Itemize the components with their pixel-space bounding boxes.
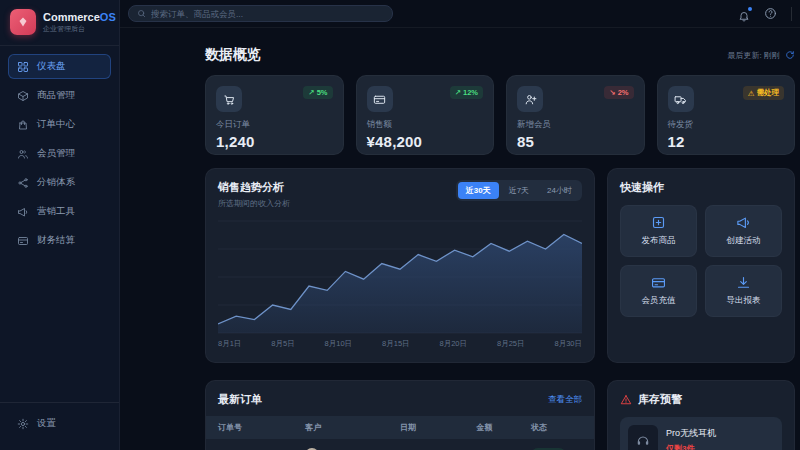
sidebar-item[interactable]: 商品管理 [8,83,111,108]
megaphone-icon [736,215,751,230]
users-icon [17,148,29,160]
stat-value: 1,240 [216,133,333,150]
dashboard-icon [17,61,29,73]
range-tab[interactable]: 近30天 [458,182,499,199]
stat-value: 85 [517,133,634,150]
sidebar-item[interactable]: 营销工具 [8,199,111,224]
stat-card[interactable]: ⚠需处理 待发货 12 [657,75,796,155]
view-all-link[interactable]: 查看全部 [548,394,582,406]
product-name: Pro无线耳机 [666,427,716,440]
notifications-button[interactable] [738,8,750,20]
sidebar-item[interactable]: 分销体系 [8,170,111,195]
x-tick-label: 8月30日 [554,339,582,349]
stat-card[interactable]: ↗5% 今日订单 1,240 [205,75,344,155]
range-tab[interactable]: 近7天 [501,182,537,199]
range-tabs: 近30天 近7天 24小时 [456,180,582,201]
stat-trend-badge: ↘2% [604,86,633,99]
sidebar-item-label: 财务结算 [37,234,75,247]
download-icon [736,275,751,290]
search-input[interactable] [151,9,384,19]
stat-trend-badge: ↗12% [450,86,483,99]
quick-action-button[interactable]: 创建活动 [705,205,782,257]
orders-table-header: 订单号客户日期金额状态 [206,416,594,439]
brand-name-primary: Commerce [43,11,100,23]
order-row[interactable]: #ORD-00921 J. Smith 2023-10-24 ¥120.50 已… [218,439,582,450]
sidebar-item-label: 订单中心 [37,118,75,131]
brand-name: CommerceOS [43,11,116,23]
column-header: 客户 [305,422,400,433]
gear-icon [17,418,29,430]
credit-card-icon [651,275,666,290]
quick-action-label: 创建活动 [727,235,761,247]
inventory-title: 库存预警 [638,392,682,407]
brand: CommerceOS 企业管理后台 [0,0,119,46]
stat-label: 今日订单 [216,119,333,131]
quick-action-button[interactable]: 导出报表 [705,265,782,317]
stat-label: 新增会员 [517,119,634,131]
bell-icon [738,10,750,22]
search-icon [137,9,146,18]
finance-icon [17,235,29,247]
inventory-item[interactable]: Pro无线耳机 仅剩3件 [620,417,782,450]
sidebar-item[interactable]: 会员管理 [8,141,111,166]
quick-action-label: 导出报表 [727,295,761,307]
sidebar-item-label: 商品管理 [37,89,75,102]
column-header: 日期 [400,422,476,433]
warning-triangle-icon [620,394,632,406]
brand-logo [10,9,36,35]
sidebar-item-settings[interactable]: 设置 [8,411,111,436]
sales-trend-panel: 销售趋势分析 所选期间的收入分析 近30天 近7天 24小时 [205,168,595,363]
inventory-alert-panel: 库存预警 Pro无线耳机 仅剩3件 [607,380,795,450]
quick-action-button[interactable]: 发布商品 [620,205,697,257]
stat-label: 待发货 [668,119,785,131]
refresh-icon[interactable] [785,50,795,60]
share-icon [17,177,29,189]
sidebar-item[interactable]: 订单中心 [8,112,111,137]
cart-icon [223,93,236,106]
stat-value: 12 [668,133,785,150]
sidebar: CommerceOS 企业管理后台 仪表盘 商品管理 订单中心 会员管理 [0,0,120,450]
orders-table-body: #ORD-00921 J. Smith 2023-10-24 ¥120.50 已… [218,439,582,450]
stat-card[interactable]: ↘2% 新增会员 85 [506,75,645,155]
sidebar-nav: 仪表盘 商品管理 订单中心 会员管理 分销体系 [0,46,119,402]
orders-title: 最新订单 [218,392,262,407]
truck-icon [674,93,687,106]
x-tick-label: 8月20日 [440,339,468,349]
x-tick-label: 8月25日 [497,339,525,349]
help-icon[interactable] [764,7,777,20]
sidebar-item[interactable]: 仪表盘 [8,54,111,79]
stat-card[interactable]: ↗12% 销售额 ¥48,200 [356,75,495,155]
stat-trend-badge: ↗5% [303,86,332,99]
chart-subtitle: 所选期间的收入分析 [218,198,290,209]
x-tick-label: 8月10日 [325,339,353,349]
stats-row: ↗5% 今日订单 1,240 ↗12% 销售额 ¥48,200 [205,75,795,155]
x-tick-label: 8月5日 [271,339,294,349]
brand-name-accent: OS [100,11,116,23]
chart-title: 销售趋势分析 [218,180,290,195]
bag-icon [17,119,29,131]
stat-label: 销售额 [367,119,484,131]
quick-action-label: 发布商品 [642,235,676,247]
range-tab[interactable]: 24小时 [539,182,580,199]
page-title: 数据概览 [205,46,261,64]
brand-subtitle: 企业管理后台 [43,24,116,34]
last-updated-text: 最后更新: 刚刚 [728,50,780,61]
inventory-list: Pro无线耳机 仅剩3件 [620,417,782,450]
recent-orders-panel: 最新订单 查看全部 订单号客户日期金额状态 #ORD-00921 J. Smit… [205,380,595,450]
sidebar-item[interactable]: 财务结算 [8,228,111,253]
sales-area-chart: 8月1日8月5日8月10日8月15日8月20日8月25日8月30日 [218,219,582,349]
column-header: 订单号 [218,422,305,433]
column-header: 金额 [476,422,531,433]
quick-actions-panel: 快速操作 发布商品 创建活动 [607,168,795,363]
topbar-divider [791,7,792,21]
sidebar-item-label: 设置 [37,417,56,430]
user-plus-icon [524,93,537,106]
column-header: 状态 [531,422,582,433]
plus-square-icon [651,215,666,230]
quick-action-button[interactable]: 会员充值 [620,265,697,317]
quick-actions-title: 快速操作 [620,180,782,195]
global-search[interactable] [128,5,393,22]
sidebar-item-label: 分销体系 [37,176,75,189]
x-axis-ticks: 8月1日8月5日8月10日8月15日8月20日8月25日8月30日 [218,339,582,349]
sidebar-item-label: 仪表盘 [37,60,66,73]
